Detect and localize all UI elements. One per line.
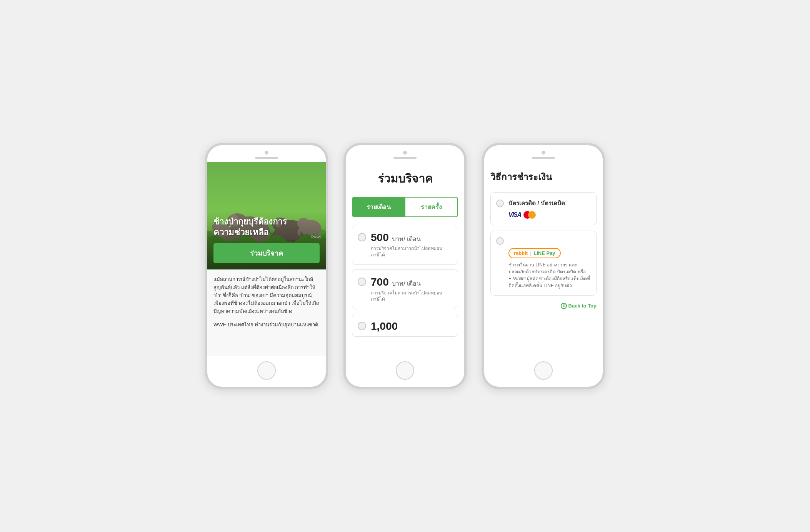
donation-option-700-details: 700 บาท/ เดือน การบริจาคไม่สามารถนำไปลดห…: [371, 276, 442, 303]
donate-title: ร่วมบริจาค: [352, 170, 458, 188]
back-to-top-label: Back to Top: [568, 303, 597, 309]
tab-once[interactable]: รายครั้ง: [405, 197, 458, 217]
phone-1-copyright: ©WWF: [311, 235, 322, 239]
phone-3: วิธีการชำระเงิน บัตรเครดิต / บัตรเดบิต V…: [482, 143, 605, 389]
phone-1-screen: ช้างป่ากุยบุรีต้องการ ความช่วยเหลือ ร่วม…: [207, 162, 326, 356]
payment-label-credit: บัตรเครดิต / บัตรเดบิต: [508, 199, 565, 208]
phone-1: ช้างป่ากุยบุรีต้องการ ความช่วยเหลือ ร่วม…: [205, 143, 328, 389]
payment-option-rabbit-header: [496, 237, 591, 245]
payment-radio-credit[interactable]: [496, 200, 504, 207]
rabbit-line-description: ชำระเงินผ่าน LINE อย่างง่ายๆ และปลอดภัยด…: [508, 261, 591, 289]
back-to-top-icon: ⊕: [561, 303, 567, 309]
phone-2-home-button[interactable]: [396, 361, 414, 380]
phone-1-bottom-bar: [207, 356, 326, 387]
donation-amount-500: 500 บาท/ เดือน: [371, 231, 442, 244]
donation-option-700[interactable]: 700 บาท/ เดือน การบริจาคไม่สามารถนำไปลดห…: [352, 269, 458, 309]
phone-2-camera: [403, 151, 407, 155]
phone-1-speaker: [255, 157, 278, 159]
donation-option-500[interactable]: 500 บาท/ เดือน การบริจาคไม่สามารถนำไปลดห…: [352, 225, 458, 265]
phone-1-content: แม้สถานการณ์ช้างป่าไม่ได้ตกอยู่ในสถานะใก…: [207, 269, 326, 356]
payment-title: วิธีการชำระเงิน: [490, 170, 597, 185]
phone-1-hero-title: ช้างป่ากุยบุรีต้องการ ความช่วยเหลือ: [213, 216, 320, 238]
payment-option-rabbit-line[interactable]: rabbit | LINE Pay ชำระเงินผ่าน LINE อย่า…: [490, 231, 597, 296]
tab-monthly[interactable]: รายเดือน: [352, 197, 405, 217]
donation-option-1000[interactable]: 1,000: [352, 314, 458, 337]
rabbit-text: rabbit: [514, 250, 528, 256]
mastercard-circle-right: [528, 211, 536, 219]
phone-2-donate-screen: ร่วมบริจาค รายเดือน รายครั้ง 500 บาท/ เด…: [346, 162, 464, 356]
phone-1-paragraph-2: WWF-ประเทศไทย ทำงานร่วมกับอุทยานแห่งชาติ: [213, 321, 320, 329]
badge-separator: |: [530, 251, 531, 256]
phone-1-top-bar: [207, 145, 326, 162]
donation-amount-1000: 1,000: [371, 320, 398, 332]
phone-1-home-button[interactable]: [257, 361, 276, 380]
card-logos: VISA: [508, 211, 591, 219]
donation-radio-700[interactable]: [358, 278, 366, 286]
phone-3-camera: [542, 151, 545, 155]
mastercard-logo: [523, 211, 536, 219]
phone-1-overlay: ช้างป่ากุยบุรีต้องการ ความช่วยเหลือ ร่วม…: [207, 211, 326, 269]
phone-3-home-button[interactable]: [534, 361, 553, 380]
phone-1-donate-button[interactable]: ร่วมบริจาค: [213, 243, 320, 263]
back-to-top-container: ⊕ Back to Top: [490, 302, 597, 309]
phone-1-hero-image: ช้างป่ากุยบุรีต้องการ ความช่วยเหลือ ร่วม…: [207, 162, 326, 269]
phone-2-bottom-bar: [346, 356, 464, 387]
phone-3-top-bar: [484, 145, 603, 162]
phone-3-payment-screen: วิธีการชำระเงิน บัตรเครดิต / บัตรเดบิต V…: [484, 162, 603, 356]
donation-note-500: การบริจาคไม่สามารถนำไปลดหย่อน ภาษีได้: [371, 245, 442, 258]
donation-amount-700: 700 บาท/ เดือน: [371, 276, 442, 288]
phone-2-screen: ร่วมบริจาค รายเดือน รายครั้ง 500 บาท/ เด…: [346, 162, 464, 356]
payment-option-credit-card[interactable]: บัตรเครดิต / บัตรเดบิต VISA: [490, 192, 597, 225]
phone-2-speaker: [393, 157, 417, 159]
phone-3-speaker: [532, 157, 555, 159]
donation-radio-500[interactable]: [358, 233, 366, 241]
donation-note-700: การบริจาคไม่สามารถนำไปลดหย่อน ภาษีได้: [371, 290, 442, 303]
back-to-top-link[interactable]: ⊕ Back to Top: [561, 303, 597, 309]
payment-option-credit-header: บัตรเครดิต / บัตรเดบิต: [496, 199, 591, 208]
donation-tab-group: รายเดือน รายครั้ง: [352, 197, 458, 217]
donation-option-1000-details: 1,000: [371, 320, 398, 332]
phone-2-top-bar: [346, 145, 464, 162]
phone-2: ร่วมบริจาค รายเดือน รายครั้ง 500 บาท/ เด…: [343, 143, 467, 389]
visa-logo: VISA: [508, 211, 521, 218]
phones-container: ช้างป่ากุยบุรีต้องการ ความช่วยเหลือ ร่วม…: [205, 143, 605, 389]
phone-1-paragraph-1: แม้สถานการณ์ช้างป่าไม่ได้ตกอยู่ในสถานะใก…: [213, 276, 320, 316]
rabbit-line-badge: rabbit | LINE Pay: [508, 248, 561, 258]
line-pay-text: LINE Pay: [533, 250, 555, 256]
phone-1-camera: [265, 151, 268, 155]
donation-option-500-details: 500 บาท/ เดือน การบริจาคไม่สามารถนำไปลดห…: [371, 231, 442, 258]
donation-radio-1000[interactable]: [358, 322, 366, 330]
phone-3-bottom-bar: [484, 356, 603, 387]
phone-3-screen: วิธีการชำระเงิน บัตรเครดิต / บัตรเดบิต V…: [484, 162, 603, 356]
payment-radio-rabbit[interactable]: [496, 237, 504, 245]
